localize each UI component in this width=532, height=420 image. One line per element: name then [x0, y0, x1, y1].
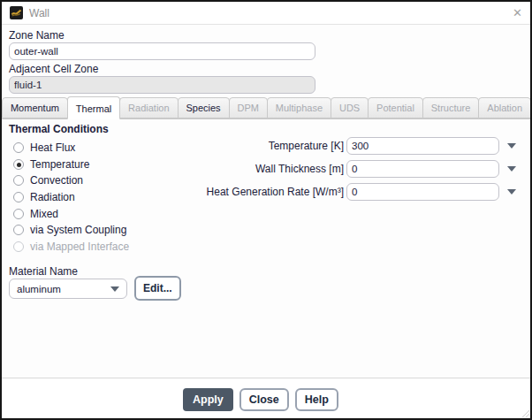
- tab-structure: Structure: [422, 97, 480, 118]
- thermal-conditions-heading: Thermal Conditions: [9, 123, 109, 135]
- heat-generation-rate-input[interactable]: [346, 183, 499, 201]
- wall-dialog: Wall ✕ Zone Name Adjacent Cell Zone Mome…: [0, 0, 532, 420]
- close-button[interactable]: Close: [239, 388, 289, 411]
- radio-via-mapped-interface: via Mapped Interface: [13, 239, 129, 256]
- window-title: Wall: [29, 7, 49, 19]
- close-icon[interactable]: ✕: [513, 7, 522, 19]
- tab-potential: Potential: [368, 97, 423, 118]
- radio-via-system-coupling[interactable]: via System Coupling: [13, 222, 129, 239]
- radio-label: Mixed: [30, 208, 58, 220]
- tab-momentum[interactable]: Momentum: [2, 97, 68, 118]
- wall-thickness-field-row: Wall Thickness [m]: [2, 159, 516, 178]
- radio-mixed[interactable]: Mixed: [13, 205, 129, 222]
- radio-button-icon: [13, 209, 24, 219]
- temperature-dropdown-arrow-icon[interactable]: [507, 143, 516, 149]
- heat-generation-rate-field-row: Heat Generation Rate [W/m³]: [2, 182, 516, 201]
- tab-uds: UDS: [331, 97, 369, 118]
- tab-thermal[interactable]: Thermal: [67, 96, 120, 119]
- footer: Apply Close Help: [2, 378, 530, 418]
- adjacent-cell-zone-input: [9, 76, 315, 94]
- material-edit-button[interactable]: Edit...: [134, 276, 181, 301]
- adjacent-cell-zone-label: Adjacent Cell Zone: [9, 63, 98, 75]
- tab-species[interactable]: Species: [178, 97, 230, 118]
- footer-button-row: Apply Close Help: [183, 388, 338, 411]
- tab-ablation: Ablation: [478, 97, 531, 118]
- temperature-field-row: Temperature [K]: [2, 136, 516, 155]
- material-name-value: aluminum: [17, 284, 61, 294]
- temperature-field-label: Temperature [K]: [2, 140, 346, 152]
- zone-name-input[interactable]: [9, 42, 315, 60]
- tab-bar: Momentum Thermal Radiation Species DPM M…: [2, 96, 530, 119]
- zone-name-label: Zone Name: [9, 29, 65, 42]
- material-name-label: Material Name: [9, 265, 78, 278]
- material-name-select[interactable]: aluminum: [9, 279, 127, 299]
- tab-dpm: DPM: [229, 97, 268, 118]
- heat-generation-rate-field-label: Heat Generation Rate [W/m³]: [2, 186, 346, 198]
- radio-label: via System Coupling: [30, 224, 126, 236]
- help-button[interactable]: Help: [295, 388, 338, 411]
- heat-generation-rate-dropdown-arrow-icon[interactable]: [507, 189, 516, 195]
- title-bar: Wall ✕: [2, 2, 530, 25]
- radio-label: via Mapped Interface: [30, 241, 129, 253]
- apply-button[interactable]: Apply: [183, 388, 233, 411]
- wall-thickness-input[interactable]: [346, 160, 499, 178]
- tab-multiphase: Multiphase: [267, 97, 331, 118]
- wall-thickness-field-label: Wall Thickness [m]: [2, 163, 346, 175]
- radio-button-icon: [13, 241, 24, 252]
- tab-radiation: Radiation: [119, 97, 178, 118]
- wall-thickness-dropdown-arrow-icon[interactable]: [507, 166, 516, 172]
- fluent-app-icon: [10, 6, 23, 19]
- material-dropdown-arrow-icon: [110, 286, 119, 292]
- radio-button-icon: [13, 225, 24, 235]
- temperature-input[interactable]: [346, 137, 499, 155]
